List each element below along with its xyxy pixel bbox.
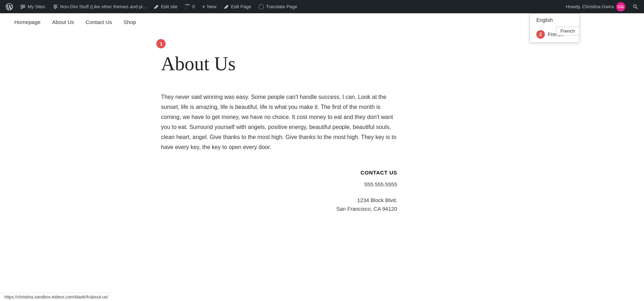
contact-address: 1234 Block Blvd. San Francisco, CA 94120: [161, 196, 397, 213]
translate-page-label: Translate Page: [266, 4, 297, 9]
svg-point-0: [633, 5, 636, 8]
new-label: New: [207, 4, 216, 9]
user-avatar: CG: [616, 2, 625, 11]
nav-link-about[interactable]: About Us: [52, 19, 74, 25]
english-label: English: [536, 17, 553, 23]
nav-link-contact[interactable]: Contact Us: [86, 19, 112, 25]
main-content: About Us They never said winning was eas…: [0, 31, 429, 235]
language-option-english[interactable]: English: [530, 14, 579, 27]
edit-site-button[interactable]: Edit site: [151, 0, 180, 13]
nav-link-shop[interactable]: Shop: [123, 19, 136, 25]
admin-bar: My Sites Non-Divi Stuff (Like other them…: [0, 0, 644, 13]
translate-page-button[interactable]: Translate Page: [255, 0, 300, 13]
status-url: https://christina.sandbox.etdevs.com/bla…: [4, 295, 108, 300]
edit-page-button[interactable]: Edit Page: [221, 0, 254, 13]
nav-link-homepage[interactable]: Homepage: [14, 19, 40, 25]
svg-line-1: [636, 7, 638, 9]
contact-section: CONTACT US 555.555.5555 1234 Block Blvd.…: [161, 169, 397, 213]
nav-item-shop[interactable]: Shop: [123, 19, 136, 25]
contact-phone: 555.555.5555: [161, 181, 397, 187]
edit-site-label: Edit site: [161, 4, 177, 9]
new-button[interactable]: + New: [199, 0, 219, 13]
new-icon: +: [202, 4, 205, 10]
nav-item-contact[interactable]: Contact Us: [86, 19, 112, 25]
non-divi-button[interactable]: Non-Divi Stuff (Like other themes and pl…: [50, 0, 149, 13]
contact-heading: CONTACT US: [161, 169, 397, 176]
contact-address-line2: San Francisco, CA 94120: [161, 205, 397, 213]
french-tooltip: French: [556, 27, 580, 35]
page-title: About Us: [161, 53, 415, 75]
non-divi-label: Non-Divi Stuff (Like other themes and pl…: [60, 4, 146, 9]
comments-count: 0: [192, 4, 195, 9]
nav-item-about[interactable]: About Us 1: [52, 19, 74, 25]
my-sites-label: My Sites: [28, 4, 45, 9]
user-menu[interactable]: Howdy, Christina Gwira CG: [563, 2, 628, 11]
nav-item-homepage[interactable]: Homepage: [14, 19, 40, 25]
annotation-badge-2: 2: [536, 30, 545, 39]
status-bar: https://christina.sandbox.etdevs.com/bla…: [0, 293, 112, 301]
page-body: They never said winning was easy. Some p…: [161, 92, 397, 152]
wp-logo-button[interactable]: [3, 0, 16, 13]
edit-page-label: Edit Page: [231, 4, 251, 9]
search-button[interactable]: [630, 4, 641, 10]
my-sites-button[interactable]: My Sites: [17, 0, 48, 13]
nav-menu: Homepage About Us 1 Contact Us Shop: [14, 19, 136, 25]
language-dropdown-wrapper: English 2 French French: [530, 13, 580, 43]
user-greeting: Howdy, Christina Gwira: [566, 4, 614, 9]
contact-address-line1: 1234 Block Blvd.: [161, 196, 397, 205]
comments-button[interactable]: 0: [182, 0, 197, 13]
